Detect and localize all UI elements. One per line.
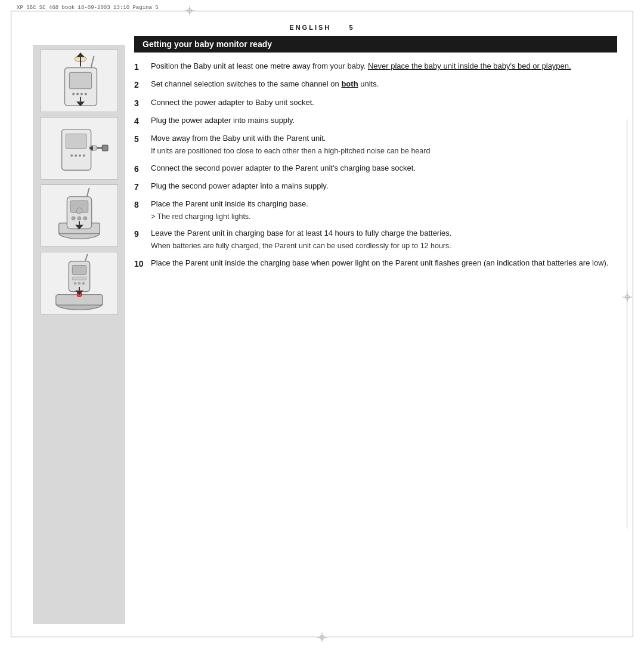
step-4: 4Plug the power adapter into mains suppl…	[134, 115, 617, 127]
reg-mark-top-left	[185, 6, 194, 16]
content-area: Getting your baby monitor ready 1Positio…	[33, 36, 617, 624]
step-3-text: Connect the power adapter to Baby unit s…	[151, 98, 314, 107]
step-number-9: 9	[134, 228, 151, 240]
reg-mark-right	[623, 292, 632, 302]
step-7: 7Plug the second power adapter into a ma…	[134, 181, 617, 193]
step-2-main-text: Set channel selection switches to the sa…	[151, 79, 341, 88]
step-8-text: Place the Parent unit inside its chargin…	[151, 199, 308, 208]
illustration-4	[41, 252, 118, 314]
step-content-3: Connect the power adapter to Baby unit s…	[151, 97, 617, 109]
svg-rect-17	[102, 145, 108, 151]
svg-point-2	[72, 93, 75, 95]
svg-point-31	[76, 208, 82, 214]
reg-mark-bottom-center	[317, 632, 327, 642]
svg-point-42	[82, 282, 85, 285]
step-6: 6Connect the second power adapter to the…	[134, 163, 617, 175]
file-header: XP SBC SC 468 book 18-09-2003 13:10 Pagi…	[17, 5, 159, 11]
step-5: 5Move away from the Baby unit with the P…	[134, 133, 617, 156]
svg-point-20	[75, 155, 77, 157]
main-content: Getting your baby monitor ready 1Positio…	[134, 36, 617, 276]
sidebar-illustrations	[33, 45, 125, 624]
svg-point-19	[70, 155, 73, 157]
step-7-text: Plug the second power adapter into a mai…	[151, 181, 329, 190]
step-10-text: Place the Parent unit inside the chargin…	[151, 258, 608, 267]
step-1-underline-text: Never place the baby unit inside the bab…	[368, 61, 571, 70]
svg-point-40	[73, 282, 76, 285]
step-2-bold-word: both	[341, 79, 358, 88]
step-content-8: Place the Parent unit inside its chargin…	[151, 199, 617, 222]
right-decoration-line	[627, 119, 627, 529]
illustration-2	[41, 117, 118, 180]
step-number-2: 2	[134, 79, 151, 91]
step-content-1: Position the Baby unit at least one metr…	[151, 61, 617, 72]
svg-point-27	[72, 217, 75, 220]
step-3: 3Connect the power adapter to Baby unit …	[134, 97, 617, 109]
step-number-10: 10	[134, 258, 151, 270]
step-content-4: Plug the power adapter into mains supply…	[151, 115, 617, 126]
step-10: 10Place the Parent unit inside the charg…	[134, 258, 617, 270]
svg-point-4	[80, 93, 82, 95]
step-1-main-text: Position the Baby unit at least one metr…	[151, 61, 368, 70]
svg-rect-1	[69, 72, 91, 88]
svg-point-5	[84, 93, 86, 95]
title-text: Getting your baby monitor ready	[143, 39, 272, 49]
step-2: 2Set channel selection switches to the s…	[134, 79, 617, 91]
svg-point-41	[78, 282, 80, 285]
step-1: 1Position the Baby unit at least one met…	[134, 61, 617, 73]
step-number-6: 6	[134, 163, 151, 175]
step-2-text-after: units.	[358, 79, 379, 88]
svg-line-43	[85, 254, 87, 261]
svg-line-6	[91, 56, 94, 68]
step-number-3: 3	[134, 97, 151, 109]
svg-point-22	[82, 155, 85, 157]
border-left	[11, 11, 11, 637]
illustration-1	[41, 50, 118, 112]
steps-container: 1Position the Baby unit at least one met…	[134, 61, 617, 270]
step-6-text: Connect the second power adapter to the …	[151, 163, 416, 172]
svg-rect-38	[72, 266, 86, 275]
page-number: 5	[349, 24, 355, 31]
border-top	[11, 11, 633, 11]
step-content-9: Leave the Parent unit in charging base f…	[151, 228, 617, 251]
border-right	[633, 11, 633, 637]
step-9-sub: When batteries are fully charged, the Pa…	[151, 241, 617, 252]
svg-marker-9	[76, 53, 85, 57]
title-bar: Getting your baby monitor ready	[134, 36, 617, 53]
step-number-8: 8	[134, 199, 151, 211]
step-5-text: Move away from the Baby unit with the Pa…	[151, 134, 326, 143]
step-4-text: Plug the power adapter into mains supply…	[151, 116, 295, 125]
svg-rect-14	[66, 134, 86, 149]
step-content-10: Place the Parent unit inside the chargin…	[151, 258, 617, 269]
step-number-4: 4	[134, 115, 151, 127]
step-number-7: 7	[134, 181, 151, 193]
step-8: 8Place the Parent unit inside its chargi…	[134, 199, 617, 222]
svg-point-21	[79, 155, 81, 157]
step-content-6: Connect the second power adapter to the …	[151, 163, 617, 174]
step-number-5: 5	[134, 133, 151, 145]
svg-point-3	[76, 93, 79, 95]
step-9-text: Leave the Parent unit in charging base f…	[151, 229, 451, 237]
step-9: 9Leave the Parent unit in charging base …	[134, 228, 617, 251]
language-label: ENGLISH	[289, 24, 331, 31]
illustration-3	[41, 184, 118, 247]
svg-line-30	[86, 188, 89, 197]
svg-rect-39	[72, 277, 86, 280]
svg-point-28	[78, 217, 81, 220]
step-content-7: Plug the second power adapter into a mai…	[151, 181, 617, 192]
step-8-sub: > The red charging light lights.	[151, 212, 617, 223]
step-content-5: Move away from the Baby unit with the Pa…	[151, 133, 617, 156]
step-number-1: 1	[134, 61, 151, 73]
svg-point-29	[83, 217, 86, 220]
step-5-sub: If units are positioned too close to eac…	[151, 146, 617, 157]
page-header: ENGLISH 5	[0, 24, 644, 31]
step-content-2: Set channel selection switches to the sa…	[151, 79, 617, 90]
